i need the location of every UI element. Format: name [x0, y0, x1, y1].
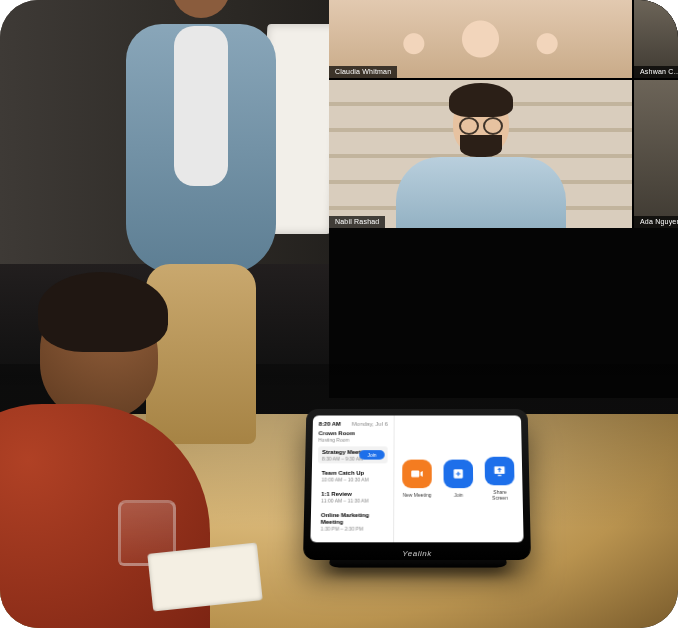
schedule-sidebar: 8:20 AM Monday, Jul 6 Crown Room Hosting…: [310, 416, 394, 543]
meeting-list: Strategy Meeting8:30 AM – 9:30 AMJoinTea…: [317, 446, 388, 533]
notebook: [147, 542, 262, 611]
meeting-room-product-shot: Claudia Whitman Ashwan Cannon Nabil Rash…: [0, 0, 678, 628]
video-tile-main: Nabil Rashad: [329, 80, 632, 228]
room-subtitle: Hosting Room: [318, 437, 387, 443]
participant-avatar: [396, 93, 566, 221]
action-area: New Meeting Join: [394, 416, 524, 543]
participant-name: Ashwan Cannon: [634, 66, 678, 78]
plus-icon: [451, 467, 465, 480]
meeting-time: 1:30 PM – 2:30 PM: [321, 526, 384, 532]
meeting-title: 1:1 Review: [321, 491, 383, 498]
participant-name: Claudia Whitman: [329, 66, 397, 78]
brand-label: Yealink: [303, 549, 531, 558]
meeting-item[interactable]: Team Catch Up10:00 AM – 10:30 AM: [317, 467, 387, 484]
share-screen-action: Share Screen: [485, 456, 515, 500]
new-meeting-action: New Meeting: [402, 459, 432, 497]
meeting-item[interactable]: 1:1 Review11:00 AM – 11:30 AM: [317, 488, 387, 505]
touch-controller: Yealink 8:20 AM Monday, Jul 6 Crown Room…: [303, 409, 531, 560]
participant-name: Ada Nguyen: [634, 216, 678, 228]
video-tile: Ashwan Cannon: [634, 0, 678, 78]
share-screen-icon: [493, 464, 507, 477]
action-label: Share Screen: [485, 489, 515, 501]
tablet-screen: 8:20 AM Monday, Jul 6 Crown Room Hosting…: [310, 416, 523, 543]
meeting-item[interactable]: Strategy Meeting8:30 AM – 9:30 AMJoin: [318, 446, 388, 463]
action-label: New Meeting: [403, 492, 432, 498]
meeting-item[interactable]: Online Marketing Meeting1:30 PM – 2:30 P…: [317, 509, 388, 533]
meeting-title: Team Catch Up: [322, 470, 384, 477]
video-camera-icon: [410, 467, 424, 480]
meeting-time: 11:00 AM – 11:30 AM: [321, 498, 383, 504]
wall-display: Claudia Whitman Ashwan Cannon Nabil Rash…: [329, 0, 678, 228]
clock: 8:20 AM: [319, 421, 341, 427]
date-label: Monday, Jul 6: [352, 421, 388, 427]
sidebar-header: 8:20 AM Monday, Jul 6: [319, 421, 388, 427]
video-tile: Ada Nguyen: [634, 80, 678, 228]
video-tile: Claudia Whitman: [329, 0, 632, 78]
new-meeting-button[interactable]: [402, 459, 432, 488]
room-name: Crown Room: [318, 430, 387, 436]
join-button[interactable]: [443, 459, 473, 488]
meeting-title: Online Marketing Meeting: [321, 512, 384, 526]
share-screen-button[interactable]: [485, 456, 515, 485]
meeting-time: 10:00 AM – 10:30 AM: [321, 477, 383, 483]
participant-name: Nabil Rashad: [329, 216, 385, 228]
join-meeting-button[interactable]: Join: [359, 450, 385, 459]
join-action: Join: [443, 459, 473, 497]
action-label: Join: [454, 492, 463, 498]
